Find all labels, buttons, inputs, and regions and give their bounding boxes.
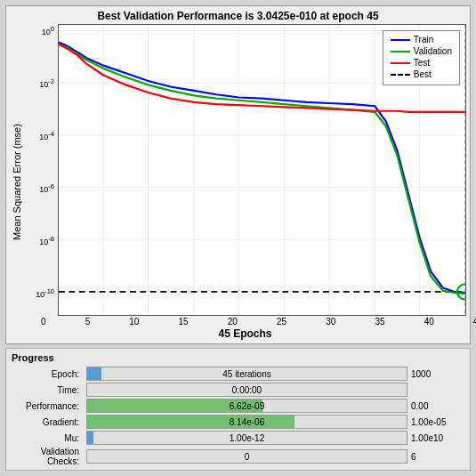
y-tick-0: 100 [42,24,54,36]
performance-bar-text: 6.62e-09 [87,401,407,411]
x-tick-35: 35 [375,317,384,327]
val-checks-right: 6 [411,452,464,462]
progress-title: Progress [12,352,464,363]
val-checks-bar: 0 [86,449,407,464]
chart-inner: 100 10-2 10-4 10-6 10-8 10-10 [24,24,466,340]
time-bar-text: 0:00:00 [87,385,407,395]
main-container: Best Validation Performance is 3.0425e-0… [0,0,476,476]
y-tick-3: 10-6 [39,182,54,193]
legend: Train Validation Test [383,30,460,85]
x-tick-30: 30 [326,317,335,327]
validation-line-icon [391,51,410,52]
y-tick-labels: 100 10-2 10-4 10-6 10-8 10-10 [24,24,58,316]
legend-item-validation: Validation [391,46,452,56]
epoch-right: 1000 [411,369,464,379]
epoch-label: Epoch: [12,369,83,379]
test-line-icon [391,62,410,64]
time-bar: 0:00:00 [86,383,407,397]
legend-label-test: Test [414,58,430,68]
x-tick-5: 5 [85,317,91,327]
chart-body: Mean Squared Error (mse) 100 10-2 10-4 1… [10,24,466,340]
chart-title: Best Validation Performance is 3.0425e-0… [6,6,470,24]
legend-label-best: Best [414,69,432,79]
mu-bar: 1.00e-12 [86,431,407,445]
gradient-bar-text: 8.14e-06 [87,417,407,427]
gradient-right: 1.00e-05 [411,417,464,427]
y-tick-2: 10-4 [39,129,54,141]
performance-bar: 6.62e-09 [86,399,407,413]
x-tick-labels: 0 5 10 15 20 25 30 35 40 45 [41,316,476,327]
val-checks-bar-text: 0 [87,452,407,462]
epoch-bar-text: 45 iterations [87,369,407,379]
x-tick-10: 10 [129,317,139,327]
legend-item-test: Test [391,58,452,68]
best-line-icon [391,74,410,76]
epoch-bar: 45 iterations [86,367,407,381]
legend-label-validation: Validation [414,46,452,56]
val-checks-label: Validation Checks: [12,447,83,466]
mu-right: 1.00e10 [411,433,464,443]
train-line-icon [391,39,410,41]
chart-area: Best Validation Performance is 3.0425e-0… [5,5,471,344]
x-tick-0: 0 [41,317,46,327]
plot-area: Train Validation Test [58,24,466,316]
progress-grid: Epoch: 45 iterations 1000 Time: 0:00:00 … [12,367,464,466]
time-label: Time: [12,385,83,395]
y-axis-label: Mean Squared Error (mse) [10,24,24,340]
x-axis-area: 0 5 10 15 20 25 30 35 40 45 45 Epochs [24,316,466,340]
mu-label: Mu: [12,433,83,443]
legend-label-train: Train [414,35,433,44]
x-tick-15: 15 [179,317,189,327]
x-tick-20: 20 [228,317,238,327]
y-tick-1: 10-2 [39,77,54,88]
gradient-bar: 8.14e-06 [86,415,407,429]
mu-bar-text: 1.00e-12 [87,433,407,443]
x-tick-40: 40 [424,317,434,327]
progress-section: Progress Epoch: 45 iterations 1000 Time:… [5,348,471,471]
y-tick-5: 10-10 [36,286,54,298]
x-axis-label: 45 Epochs [218,327,271,340]
y-tick-4: 10-8 [39,234,54,246]
legend-item-best: Best [391,69,452,79]
gradient-label: Gradient: [12,417,83,427]
performance-right: 0.00 [411,401,464,411]
performance-label: Performance: [12,401,83,411]
x-tick-25: 25 [277,317,286,327]
legend-item-train: Train [391,35,452,44]
